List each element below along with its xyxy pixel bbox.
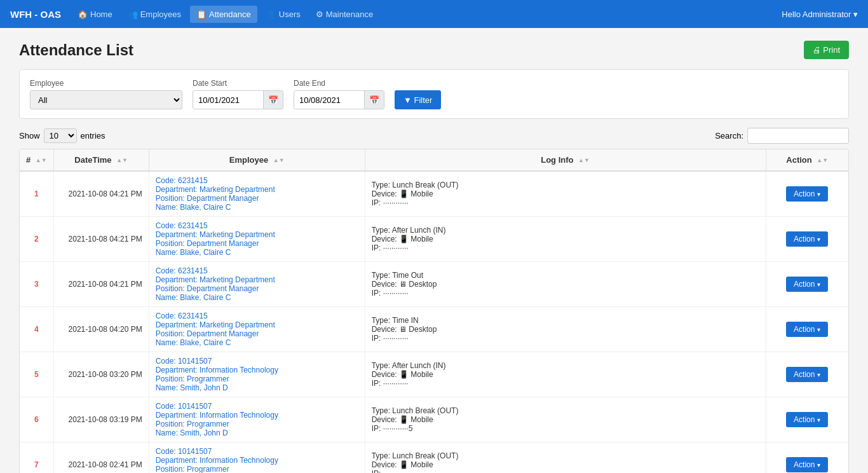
action-caret-icon: ▾	[817, 281, 820, 288]
action-button[interactable]: Action ▾	[786, 322, 828, 337]
action-button[interactable]: Action ▾	[786, 231, 828, 247]
sort-num-icon: ▲▼	[36, 158, 47, 163]
date-end-input[interactable]	[294, 91, 364, 109]
cell-datetime: 2021-10-08 04:21 PM	[53, 171, 149, 217]
date-end-calendar-icon[interactable]: 📅	[364, 91, 384, 109]
main-content: Attendance List 🖨 Print Employee All Dat…	[0, 28, 868, 473]
search-label: Search:	[715, 131, 743, 141]
show-label: Show	[19, 131, 40, 141]
table-row: 3 2021-10-08 04:21 PM Code: 6231415 Depa…	[20, 262, 848, 307]
cell-action: Action ▾	[766, 442, 848, 474]
cell-employee: Code: 6231415 Department: Marketing Depa…	[149, 217, 365, 262]
cell-datetime: 2021-10-08 04:21 PM	[53, 262, 149, 307]
cell-action: Action ▾	[766, 307, 848, 352]
nav-maintenance[interactable]: ⚙ Maintenance	[309, 6, 379, 23]
nav-users[interactable]: 👤 Users	[260, 6, 307, 23]
employee-select[interactable]: All	[30, 90, 182, 109]
cell-num: 1	[20, 171, 53, 217]
date-end-field: Date End 📅	[294, 79, 384, 109]
date-start-calendar-icon[interactable]: 📅	[263, 91, 283, 109]
filter-panel: Employee All Date Start 📅 Date End 📅	[19, 69, 849, 119]
action-button[interactable]: Action ▾	[786, 186, 828, 202]
search-control: Search:	[715, 128, 849, 144]
print-button[interactable]: 🖨 Print	[804, 41, 849, 59]
cell-num: 5	[20, 352, 53, 397]
table-controls: Show 10 25 50 100 entries Search:	[19, 128, 849, 144]
table-row: 7 2021-10-08 02:41 PM Code: 10141507 Dep…	[20, 442, 848, 474]
action-button[interactable]: Action ▾	[786, 457, 828, 472]
cell-employee: Code: 6231415 Department: Marketing Depa…	[149, 262, 365, 307]
col-header-num[interactable]: # ▲▼	[20, 149, 53, 171]
cell-loginfo: Type: Lunch Break (OUT) Device: 📱 Mobile…	[365, 171, 766, 217]
action-caret-icon: ▾	[817, 416, 820, 423]
cell-action: Action ▾	[766, 171, 848, 217]
page-title: Attendance List	[19, 41, 133, 59]
table-row: 2 2021-10-08 04:21 PM Code: 6231415 Depa…	[20, 217, 848, 262]
navbar: WFH - OAS 🏠 Home 👥 Employees 📋 Attendanc…	[0, 0, 868, 28]
cell-loginfo: Type: Time Out Device: 🖥 Desktop IP: ···…	[365, 262, 766, 307]
date-end-label: Date End	[294, 79, 384, 88]
cell-num: 7	[20, 442, 53, 474]
app-brand: WFH - OAS	[10, 9, 61, 20]
col-header-datetime[interactable]: DateTime ▲▼	[53, 149, 149, 171]
cell-employee: Code: 10141507 Department: Information T…	[149, 397, 365, 442]
cell-action: Action ▾	[766, 397, 848, 442]
cell-employee: Code: 10141507 Department: Information T…	[149, 442, 365, 474]
cell-datetime: 2021-10-08 04:21 PM	[53, 217, 149, 262]
action-button[interactable]: Action ▾	[786, 367, 828, 382]
cell-loginfo: Type: After Lunch (IN) Device: 📱 Mobile …	[365, 217, 766, 262]
cell-employee: Code: 6231415 Department: Marketing Depa…	[149, 171, 365, 217]
nav-user-menu[interactable]: Hello Administrator ▾	[782, 10, 858, 19]
cell-datetime: 2021-10-08 04:20 PM	[53, 307, 149, 352]
action-caret-icon: ▾	[817, 236, 820, 243]
entries-select[interactable]: 10 25 50 100	[44, 128, 77, 143]
sort-loginfo-icon: ▲▼	[578, 158, 590, 163]
cell-num: 6	[20, 397, 53, 442]
action-button[interactable]: Action ▾	[786, 277, 828, 292]
user-greeting-label: Hello Administrator ▾	[782, 10, 858, 19]
attendance-table: # ▲▼ DateTime ▲▼ Employee ▲▼ Log Info ▲▼…	[20, 149, 848, 473]
cell-loginfo: Type: Lunch Break (OUT) Device: 📱 Mobile…	[365, 397, 766, 442]
cell-datetime: 2021-10-08 03:20 PM	[53, 352, 149, 397]
table-row: 5 2021-10-08 03:20 PM Code: 10141507 Dep…	[20, 352, 848, 397]
cell-datetime: 2021-10-08 03:19 PM	[53, 397, 149, 442]
date-start-input[interactable]	[193, 91, 263, 109]
action-caret-icon: ▾	[817, 326, 820, 333]
table-row: 1 2021-10-08 04:21 PM Code: 6231415 Depa…	[20, 171, 848, 217]
attendance-table-wrap: # ▲▼ DateTime ▲▼ Employee ▲▼ Log Info ▲▼…	[19, 149, 849, 473]
cell-loginfo: Type: After Lunch (IN) Device: 📱 Mobile …	[365, 352, 766, 397]
table-row: 4 2021-10-08 04:20 PM Code: 6231415 Depa…	[20, 307, 848, 352]
nav-employees[interactable]: 👥 Employees	[121, 6, 187, 23]
nav-home[interactable]: 🏠 Home	[71, 6, 119, 23]
action-caret-icon: ▾	[817, 191, 820, 198]
entries-label: entries	[81, 131, 105, 141]
action-caret-icon: ▾	[817, 462, 820, 469]
page-header: Attendance List 🖨 Print	[19, 41, 849, 59]
col-header-loginfo[interactable]: Log Info ▲▼	[365, 149, 766, 171]
col-header-employee[interactable]: Employee ▲▼	[149, 149, 365, 171]
cell-employee: Code: 6231415 Department: Marketing Depa…	[149, 307, 365, 352]
sort-employee-icon: ▲▼	[273, 158, 285, 163]
filter-button[interactable]: ▼ Filter	[395, 90, 441, 109]
sort-datetime-icon: ▲▼	[116, 158, 128, 163]
col-header-action[interactable]: Action ▲▼	[766, 149, 848, 171]
date-start-label: Date Start	[193, 79, 283, 88]
cell-loginfo: Type: Lunch Break (OUT) Device: 📱 Mobile…	[365, 442, 766, 474]
table-header-row: # ▲▼ DateTime ▲▼ Employee ▲▼ Log Info ▲▼…	[20, 149, 848, 171]
nav-attendance[interactable]: 📋 Attendance	[190, 6, 257, 23]
cell-num: 4	[20, 307, 53, 352]
cell-action: Action ▾	[766, 262, 848, 307]
cell-datetime: 2021-10-08 02:41 PM	[53, 442, 149, 474]
cell-loginfo: Type: Time IN Device: 🖥 Desktop IP: ····…	[365, 307, 766, 352]
cell-num: 2	[20, 217, 53, 262]
date-start-field: Date Start 📅	[193, 79, 283, 109]
cell-action: Action ▾	[766, 352, 848, 397]
action-button[interactable]: Action ▾	[786, 412, 828, 427]
show-entries-control: Show 10 25 50 100 entries	[19, 128, 105, 143]
sort-action-icon: ▲▼	[817, 158, 828, 163]
cell-employee: Code: 10141507 Department: Information T…	[149, 352, 365, 397]
table-row: 6 2021-10-08 03:19 PM Code: 10141507 Dep…	[20, 397, 848, 442]
search-input[interactable]	[747, 128, 849, 144]
employee-label: Employee	[30, 79, 182, 88]
action-caret-icon: ▾	[817, 371, 820, 378]
